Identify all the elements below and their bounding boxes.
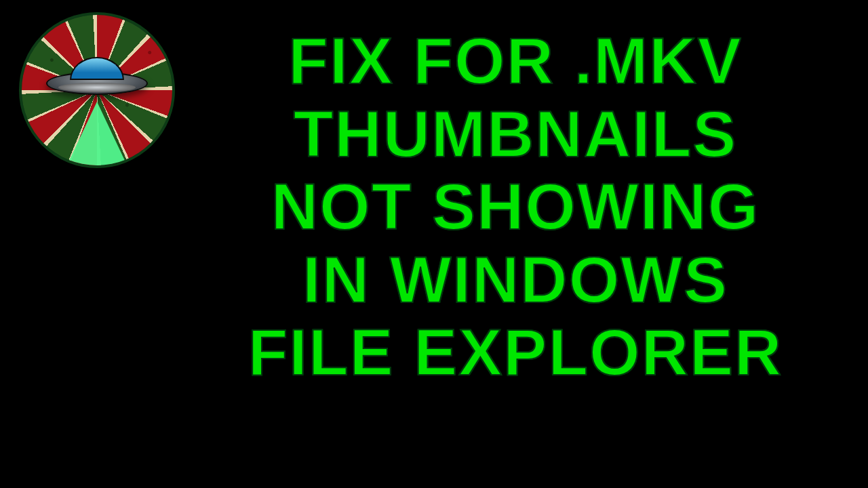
title-line-3: NOT SHOWING [203, 170, 827, 243]
title-line-1: FIX FOR .MKV [203, 24, 827, 98]
ufo-channel-logo [19, 12, 175, 168]
title-line-5: FILE EXPLORER [203, 316, 827, 389]
ufo-icon [46, 56, 148, 103]
title-line-2: THUMBNAILS [203, 98, 827, 171]
tractor-beam [62, 102, 132, 168]
thumbnail-title: FIX FOR .MKV THUMBNAILS NOT SHOWING IN W… [203, 24, 827, 389]
title-line-4: IN WINDOWS [203, 243, 827, 317]
